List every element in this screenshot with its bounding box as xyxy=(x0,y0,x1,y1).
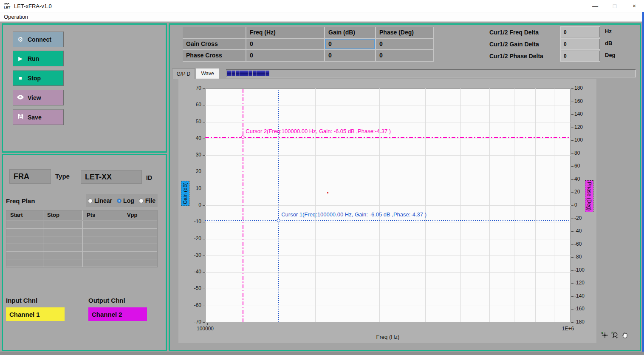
pan-tool-icon[interactable] xyxy=(621,332,629,339)
cross-col-blank xyxy=(183,27,246,39)
radio-file-dot xyxy=(139,199,144,203)
stop-button[interactable]: ■ Stop xyxy=(13,70,64,86)
freq-plan-row xyxy=(6,259,157,267)
crosshair-tool-icon[interactable] xyxy=(601,332,608,339)
view-button-label: View xyxy=(28,94,41,101)
window-bottom-edge xyxy=(0,352,644,355)
freq-plan-cell[interactable] xyxy=(43,252,83,259)
eye-icon xyxy=(13,90,28,105)
freq-plan-col-pts: Pts xyxy=(83,210,123,220)
device-type-field[interactable]: FRA xyxy=(9,169,51,184)
phase-cross-label: Phase Cross xyxy=(183,50,246,62)
progress-segment xyxy=(227,71,231,76)
freq-plan-cell[interactable] xyxy=(43,221,83,229)
radio-log-label: Log xyxy=(123,197,134,204)
freq-plan-cell[interactable] xyxy=(6,221,43,229)
output-channel-select[interactable]: Channel 2 xyxy=(88,307,147,321)
freq-plan-row xyxy=(6,244,157,252)
freq-plan-cell[interactable] xyxy=(43,244,83,252)
device-id-field[interactable]: LET-XX xyxy=(81,170,142,184)
minimize-button[interactable]: — xyxy=(585,0,605,12)
window-edge-accent xyxy=(642,12,644,355)
freq-plan-cell[interactable] xyxy=(83,244,123,252)
cross-col-phase: Phase (Deg) xyxy=(376,27,434,39)
gain-cross-label: Gain Cross xyxy=(183,39,246,50)
gain-cross-row: Gain Cross 0 0 0 xyxy=(183,39,434,50)
svg-text:LET: LET xyxy=(4,6,10,9)
freq-plan-col-vpp: Vpp xyxy=(123,210,157,220)
gain-delta-unit: dB xyxy=(605,40,612,46)
progress-segment xyxy=(261,71,265,76)
connect-button[interactable]: ⚙ Connect xyxy=(13,31,64,47)
freq-plan-cell[interactable] xyxy=(123,229,157,236)
view-button[interactable]: View xyxy=(13,90,64,105)
tab-gpd[interactable]: G/P D xyxy=(172,68,195,79)
freq-plan-cell[interactable] xyxy=(43,229,83,236)
gain-cross-gain[interactable]: 0 xyxy=(325,39,376,50)
progress-segment xyxy=(249,71,252,76)
phase-delta-field[interactable]: 0 xyxy=(561,51,600,61)
gain-cross-phase[interactable]: 0 xyxy=(376,39,434,50)
radio-linear-label: Linear xyxy=(94,197,112,204)
freq-plan-cell[interactable] xyxy=(83,221,123,229)
tab-wave[interactable]: Wave xyxy=(196,68,219,79)
freq-plan-cell[interactable] xyxy=(123,252,157,259)
save-button-label: Save xyxy=(28,114,42,121)
phase-cross-phase[interactable]: 0 xyxy=(376,50,434,62)
gain-delta-label: Cur1/2 Gain Delta xyxy=(489,41,539,48)
freq-plan-cell[interactable] xyxy=(6,252,43,259)
freq-plan-cell[interactable] xyxy=(43,259,83,267)
run-button[interactable]: ▶ Run xyxy=(13,51,64,66)
output-channel-label: Output Chnl xyxy=(88,297,125,304)
phase-cross-freq[interactable]: 0 xyxy=(246,50,325,62)
zoom-tool-icon[interactable] xyxy=(611,332,619,339)
phase-cross-gain[interactable]: 0 xyxy=(325,50,376,62)
run-button-label: Run xyxy=(28,55,39,62)
freq-plan-cell[interactable] xyxy=(6,236,43,244)
progress-segment xyxy=(257,71,261,76)
chart-tool-palette xyxy=(601,332,629,339)
device-id-label: ID xyxy=(146,174,152,181)
cross-col-freq: Freq (Hz) xyxy=(246,27,325,39)
app-window: LET LET-xFRA-v1.0 — □ × Operation ⚙ Conn… xyxy=(0,0,644,355)
input-channel-label: Input Chnl xyxy=(6,297,37,304)
freq-delta-label: Cur1/2 Freq Delta xyxy=(489,29,539,36)
save-button[interactable]: Save xyxy=(13,109,64,125)
freq-plan-cell[interactable] xyxy=(123,259,157,267)
freq-plan-cell[interactable] xyxy=(83,229,123,236)
title-bar: LET LET-xFRA-v1.0 — □ × xyxy=(0,0,644,12)
freq-plan-cell[interactable] xyxy=(6,229,43,236)
radio-log-dot xyxy=(117,199,121,203)
freq-plan-cell[interactable] xyxy=(6,259,43,267)
freq-plan-cell[interactable] xyxy=(83,236,123,244)
radio-log[interactable]: Log xyxy=(117,197,134,204)
progress-segment xyxy=(236,71,240,76)
freq-plan-cell[interactable] xyxy=(123,244,157,252)
freq-plan-cell[interactable] xyxy=(6,244,43,252)
freq-plan-mode-group: Linear Log File xyxy=(86,194,158,207)
maximize-button[interactable]: □ xyxy=(605,0,624,12)
progress-segment xyxy=(253,71,257,76)
gain-delta-field[interactable]: 0 xyxy=(561,39,600,49)
freq-plan-cell[interactable] xyxy=(123,236,157,244)
menu-item-operation[interactable]: Operation xyxy=(4,14,28,20)
window-title: LET-xFRA-v1.0 xyxy=(14,3,52,9)
phase-delta-label: Cur1/2 Phase Delta xyxy=(489,53,543,60)
cross-table-header: Freq (Hz) Gain (dB) Phase (Deg) xyxy=(183,27,434,39)
freq-plan-cell[interactable] xyxy=(43,236,83,244)
radio-linear[interactable]: Linear xyxy=(88,197,112,204)
gain-cross-freq[interactable]: 0 xyxy=(246,39,325,50)
freq-plan-cell[interactable] xyxy=(83,252,123,259)
freq-delta-field[interactable]: 0 xyxy=(561,27,600,37)
play-icon: ▶ xyxy=(13,51,28,66)
close-button[interactable]: × xyxy=(624,0,644,12)
gain-axis-label: Gain (dB) xyxy=(181,181,189,206)
input-channel-select[interactable]: Channel 1 xyxy=(6,307,65,321)
freq-plan-row xyxy=(6,229,157,236)
freq-plan-cell[interactable] xyxy=(123,221,157,229)
progress-segment xyxy=(266,71,269,76)
freq-plan-title: Freq Plan xyxy=(6,197,35,204)
freq-plan-cell[interactable] xyxy=(83,259,123,267)
freq-delta-unit: Hz xyxy=(605,28,612,34)
radio-file[interactable]: File xyxy=(139,197,155,204)
